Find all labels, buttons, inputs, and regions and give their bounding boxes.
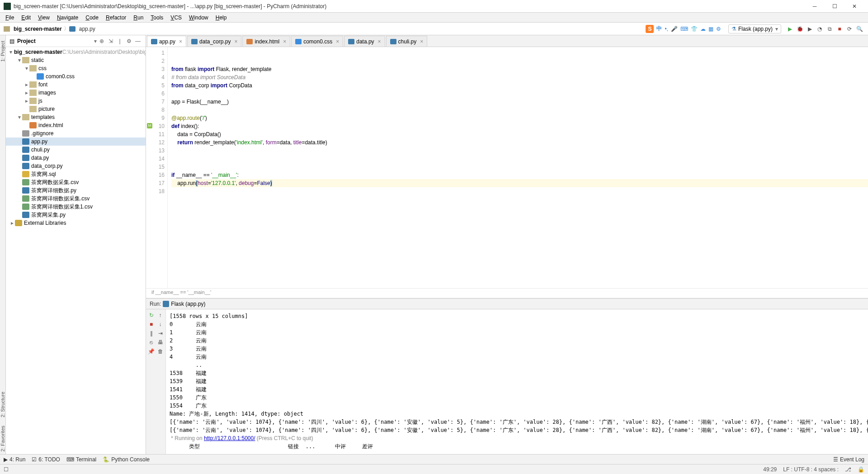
- menu-help[interactable]: Help: [212, 14, 231, 22]
- todo-tab[interactable]: ☑6: TODO: [32, 456, 60, 463]
- tree-node[interactable]: picture: [6, 105, 146, 113]
- pause-button[interactable]: ‖: [147, 329, 156, 337]
- profile-button[interactable]: ◔: [815, 24, 825, 34]
- menu-window[interactable]: Window: [185, 14, 212, 22]
- breadcrumb-root[interactable]: big_screen-master: [12, 26, 64, 32]
- menu-run[interactable]: Run: [130, 14, 147, 22]
- structure-tool-tab[interactable]: 2: Structure: [0, 389, 5, 420]
- search-button[interactable]: 🔍: [854, 24, 864, 34]
- stop-button[interactable]: ■: [147, 320, 156, 328]
- shirt-icon[interactable]: 👕: [691, 26, 698, 32]
- ime-icon-1[interactable]: •,: [665, 26, 668, 32]
- run-config-selector[interactable]: ⚗ Flask (app.py) ▾: [728, 24, 781, 33]
- code-breadcrumb[interactable]: if __name__ == '__main__': [146, 288, 868, 298]
- tree-node[interactable]: 茶窝网采集.py: [6, 211, 146, 219]
- close-tab-icon[interactable]: ×: [336, 38, 339, 45]
- python-console-tab[interactable]: 🐍Python Console: [103, 456, 150, 463]
- git-icon[interactable]: ⎇: [845, 466, 851, 473]
- exit-button[interactable]: ⎋: [147, 338, 156, 346]
- encoding-info[interactable]: LF : UTF-8 : 4 spaces :: [783, 466, 839, 473]
- minimize-button[interactable]: ─: [805, 0, 825, 12]
- close-button[interactable]: ✕: [844, 0, 864, 12]
- tree-node[interactable]: 茶窝网详细数据.py: [6, 186, 146, 194]
- event-log-tab[interactable]: ☰Event Log: [833, 456, 864, 463]
- menu-edit[interactable]: Edit: [18, 14, 34, 22]
- print-button[interactable]: 🖶: [156, 338, 165, 346]
- favorites-tool-tab[interactable]: 2: Favorites: [0, 423, 5, 454]
- editor-tab[interactable]: chuli.py×: [386, 36, 428, 47]
- trash-button[interactable]: 🗑: [156, 347, 165, 356]
- tree-node[interactable]: 茶窝网.sql: [6, 170, 146, 178]
- grid-icon[interactable]: ▦: [708, 26, 713, 32]
- rerun-button[interactable]: ↻: [147, 311, 156, 319]
- wrap-button[interactable]: ⇥: [156, 329, 165, 337]
- tree-node[interactable]: 茶窝网数据采集.csv: [6, 178, 146, 186]
- tree-node[interactable]: .gitignore: [6, 129, 146, 137]
- tree-node[interactable]: ▸js: [6, 97, 146, 105]
- close-tab-icon[interactable]: ×: [179, 38, 182, 45]
- tree-node[interactable]: index.html: [6, 121, 146, 129]
- maximize-button[interactable]: ☐: [825, 0, 844, 12]
- run-button[interactable]: ▶: [785, 24, 795, 34]
- mic-icon[interactable]: 🎤: [671, 26, 678, 32]
- close-tab-icon[interactable]: ×: [283, 38, 286, 45]
- tree-node[interactable]: comon0.css: [6, 72, 146, 81]
- concurrency-button[interactable]: ⧉: [825, 24, 835, 34]
- cursor-position[interactable]: 49:29: [763, 466, 777, 473]
- run-config-name[interactable]: Flask (app.py): [171, 301, 205, 307]
- editor-tab[interactable]: app.py×: [147, 36, 186, 47]
- close-tab-icon[interactable]: ×: [420, 38, 423, 45]
- tree-node[interactable]: ▾big_screen-master C:\Users\Administrato…: [6, 48, 146, 56]
- menu-view[interactable]: View: [34, 14, 53, 22]
- console-output[interactable]: [1558 rows x 15 columns] 0 云南 1 云南 2 云南 …: [166, 309, 868, 454]
- tree-node[interactable]: 茶窝网详细数据采集1.csv: [6, 203, 146, 211]
- project-tool-tab[interactable]: 1: Project: [0, 38, 5, 64]
- terminal-tab[interactable]: ⌨Terminal: [66, 456, 96, 463]
- debug-button[interactable]: 🐞: [795, 24, 805, 34]
- project-head-label[interactable]: Project: [17, 38, 92, 44]
- editor-tab[interactable]: index.html×: [242, 36, 290, 47]
- menu-code[interactable]: Code: [82, 14, 102, 22]
- tree-node[interactable]: 茶窝网详细数据采集.csv: [6, 194, 146, 203]
- tree-node[interactable]: ▸External Libraries: [6, 219, 146, 227]
- stop-button[interactable]: ■: [835, 24, 844, 34]
- pin-button[interactable]: 📌: [147, 347, 156, 356]
- code-content[interactable]: from flask import Flask, render_template…: [168, 47, 868, 288]
- run-tab[interactable]: ▶4: Run: [4, 456, 25, 463]
- tree-node[interactable]: ▾css: [6, 64, 146, 72]
- cloud-icon[interactable]: ☁: [700, 26, 706, 32]
- close-tab-icon[interactable]: ×: [234, 38, 237, 45]
- chevron-down-icon[interactable]: ▾: [94, 38, 97, 44]
- close-tab-icon[interactable]: ×: [378, 38, 381, 45]
- ime-mode[interactable]: 中: [656, 25, 662, 33]
- tree-node[interactable]: data.py: [6, 154, 146, 162]
- menu-file[interactable]: File: [2, 14, 18, 22]
- tree-node[interactable]: ▸images: [6, 89, 146, 97]
- tree-node[interactable]: ▾templates: [6, 113, 146, 121]
- keyboard-icon[interactable]: ⌨: [680, 26, 688, 32]
- menu-tools[interactable]: Tools: [147, 14, 167, 22]
- lock-icon[interactable]: 🔒: [858, 466, 864, 473]
- menu-navigate[interactable]: Navigate: [53, 14, 82, 22]
- gear-icon[interactable]: ⚙: [716, 26, 721, 32]
- tree-node[interactable]: app.py: [6, 137, 146, 146]
- down-button[interactable]: ↓: [156, 320, 165, 328]
- tree-node[interactable]: ▸font: [6, 81, 146, 89]
- tree-node[interactable]: data_corp.py: [6, 162, 146, 170]
- up-button[interactable]: ↑: [156, 311, 165, 319]
- hide-icon[interactable]: —: [134, 37, 142, 45]
- menu-refactor[interactable]: Refactor: [102, 14, 130, 22]
- coverage-button[interactable]: ▶: [805, 24, 815, 34]
- settings-icon[interactable]: ⚙: [125, 37, 133, 45]
- menu-vcs[interactable]: VCS: [167, 14, 185, 22]
- autoscroll-icon[interactable]: ⊕: [98, 37, 106, 45]
- collapse-icon[interactable]: ⇲: [107, 37, 115, 45]
- editor-tab[interactable]: data.py×: [344, 36, 385, 47]
- editor-tab[interactable]: comon0.css×: [291, 36, 343, 47]
- update-button[interactable]: ⟳: [844, 24, 854, 34]
- sogou-icon[interactable]: S: [646, 25, 654, 33]
- project-tree[interactable]: ▾big_screen-master C:\Users\Administrato…: [6, 47, 146, 454]
- editor-tab[interactable]: data_corp.py×: [187, 36, 241, 47]
- tree-node[interactable]: chuli.py: [6, 146, 146, 154]
- code-editor[interactable]: 123456789M101112131415161718 from flask …: [146, 47, 868, 288]
